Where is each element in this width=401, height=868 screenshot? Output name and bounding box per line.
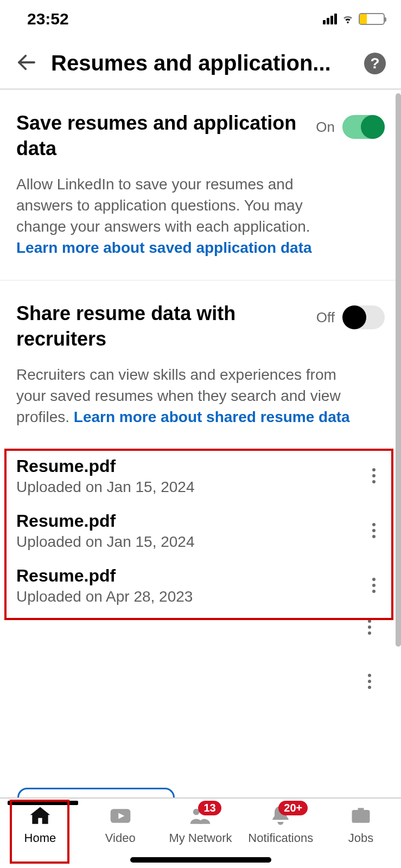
save-resumes-desc: Allow LinkedIn to save your resumes and … — [16, 174, 320, 259]
home-indicator — [130, 857, 271, 863]
settings-scroll[interactable]: Save resumes and application data On All… — [0, 90, 401, 797]
nav-video[interactable]: Video — [82, 804, 158, 845]
nav-label: Jobs — [348, 831, 373, 845]
resume-more-button[interactable] — [363, 575, 385, 596]
svg-point-11 — [368, 626, 371, 629]
resume-more-button[interactable] — [363, 520, 385, 541]
extra-more-button[interactable] — [359, 616, 380, 638]
svg-point-3 — [372, 480, 375, 483]
bottom-nav: Home Video 13 My Network 20+ Notificatio… — [0, 797, 401, 868]
resume-item[interactable]: Resume.pdf Uploaded on Jan 15, 2024 — [0, 503, 401, 558]
resume-name: Resume.pdf — [16, 511, 195, 531]
status-bar: 23:52 — [0, 0, 401, 38]
save-resumes-toggle[interactable] — [342, 115, 385, 139]
resume-name: Resume.pdf — [16, 456, 195, 476]
svg-point-4 — [372, 523, 375, 526]
resume-list: Resume.pdf Uploaded on Jan 15, 2024 Resu… — [0, 449, 401, 692]
briefcase-icon — [348, 804, 374, 828]
nav-label: My Network — [169, 831, 232, 845]
save-resumes-title: Save resumes and application data — [16, 111, 305, 162]
svg-point-8 — [372, 584, 375, 587]
section-share-resume: Share resume data with recruiters Off Re… — [0, 280, 401, 443]
svg-point-7 — [372, 578, 375, 581]
resume-name: Resume.pdf — [16, 566, 193, 586]
clock: 23:52 — [27, 10, 69, 28]
nav-label: Notifications — [248, 831, 313, 845]
cellular-signal-icon — [323, 14, 337, 24]
resume-item[interactable]: Resume.pdf Uploaded on Apr 28, 2023 — [0, 558, 401, 613]
nav-active-indicator — [8, 801, 78, 805]
share-resume-desc: Recruiters can view skills and experienc… — [16, 364, 364, 428]
svg-point-5 — [372, 529, 375, 532]
back-button[interactable] — [15, 51, 38, 76]
battery-icon — [359, 13, 385, 25]
svg-point-15 — [368, 686, 371, 689]
nav-network[interactable]: 13 My Network — [162, 804, 238, 845]
status-icons — [323, 11, 385, 27]
share-resume-title: Share resume data with recruiters — [16, 301, 305, 352]
svg-point-13 — [368, 674, 371, 677]
badge-count: 13 — [198, 801, 221, 815]
save-toggle-state: On — [316, 119, 335, 136]
app-header: Resumes and application... ? — [0, 38, 401, 90]
svg-point-6 — [372, 535, 375, 538]
wifi-icon — [341, 11, 354, 27]
extra-more-button[interactable] — [359, 671, 380, 692]
nav-home[interactable]: Home — [2, 804, 78, 845]
svg-point-10 — [368, 620, 371, 623]
section-save-resumes: Save resumes and application data On All… — [0, 90, 401, 280]
nav-label: Video — [105, 831, 136, 845]
save-learn-more-link[interactable]: Learn more about saved application data — [16, 239, 312, 256]
svg-point-1 — [372, 468, 375, 471]
save-desc-text: Allow LinkedIn to save your resumes and … — [16, 176, 310, 235]
svg-rect-20 — [352, 810, 370, 823]
svg-point-2 — [372, 474, 375, 477]
video-icon — [107, 804, 133, 828]
svg-point-12 — [368, 631, 371, 635]
home-icon — [27, 804, 53, 828]
partial-button-outline — [17, 788, 175, 797]
page-title: Resumes and application... — [51, 51, 351, 75]
badge-count: 20+ — [278, 801, 308, 815]
share-learn-more-link[interactable]: Learn more about shared resume data — [74, 409, 350, 425]
nav-notifications[interactable]: 20+ Notifications — [243, 804, 319, 845]
svg-point-14 — [368, 680, 371, 683]
resume-date: Uploaded on Jan 15, 2024 — [16, 533, 195, 551]
nav-jobs[interactable]: Jobs — [323, 804, 399, 845]
resume-date: Uploaded on Apr 28, 2023 — [16, 588, 193, 605]
resume-date: Uploaded on Jan 15, 2024 — [16, 478, 195, 496]
help-button[interactable]: ? — [364, 53, 386, 74]
nav-label: Home — [24, 831, 56, 845]
resume-item[interactable]: Resume.pdf Uploaded on Jan 15, 2024 — [0, 449, 401, 503]
svg-point-9 — [372, 590, 375, 593]
resume-more-button[interactable] — [363, 465, 385, 487]
share-resume-toggle[interactable] — [342, 305, 385, 329]
share-toggle-state: Off — [316, 309, 335, 326]
